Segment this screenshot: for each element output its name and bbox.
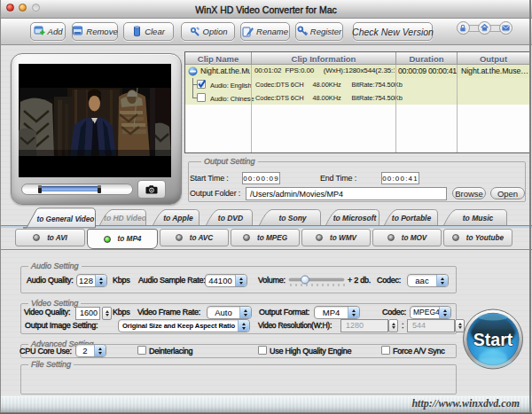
svg-text:to Portable: to Portable <box>392 214 432 223</box>
svg-text:to DVD: to DVD <box>218 214 243 223</box>
svg-text:to Music: to Music <box>463 214 494 223</box>
svg-text:to Apple: to Apple <box>163 214 193 223</box>
svg-text:to HD Video: to HD Video <box>104 214 146 223</box>
svg-text:to Microsoft: to Microsoft <box>333 214 378 223</box>
svg-text:Start: Start <box>473 330 513 349</box>
svg-text:to General Video: to General Video <box>37 215 95 223</box>
svg-text:to Sony: to Sony <box>278 214 307 223</box>
